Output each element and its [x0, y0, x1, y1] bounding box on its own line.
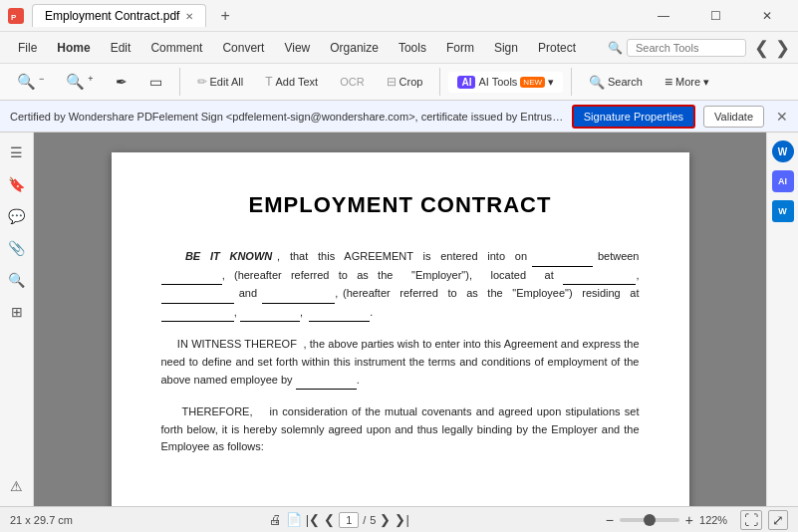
- ai-tools-badge: NEW: [520, 77, 545, 88]
- print-icon[interactable]: 🖨: [269, 512, 282, 527]
- add-text-icon: T: [265, 75, 272, 89]
- page-next-btn[interactable]: ❯: [380, 512, 391, 527]
- menu-tools[interactable]: Tools: [389, 37, 436, 59]
- add-tab-btn[interactable]: +: [214, 7, 235, 25]
- crop-label: Crop: [399, 76, 423, 88]
- page-controls: 🖨 📄 |❮ ❮ 1 / 5 ❯ ❯|: [269, 512, 409, 528]
- page-separator: /: [363, 514, 366, 526]
- ocr-btn[interactable]: OCR: [331, 72, 373, 92]
- sidebar-attachment-icon[interactable]: 📎: [5, 236, 29, 260]
- fit-width-btn[interactable]: ⛶: [740, 510, 762, 530]
- statusbar: 21 x 29.7 cm 🖨 📄 |❮ ❮ 1 / 5 ❯ ❯| − + 122…: [0, 506, 798, 532]
- sidebar-warning-icon[interactable]: ⚠: [5, 474, 29, 498]
- add-text-btn[interactable]: T Add Text: [256, 71, 327, 93]
- menu-form[interactable]: Form: [436, 37, 484, 59]
- pdf-paragraph-1: BE IT KNOWN , that this AGREEMENT is ent…: [161, 248, 640, 322]
- sidebar-bookmark-icon[interactable]: 🔖: [5, 172, 29, 196]
- nav-back-btn[interactable]: ❮: [754, 37, 769, 59]
- zoom-out-status-icon[interactable]: −: [606, 512, 614, 528]
- ai-tools-chevron: ▾: [548, 76, 554, 89]
- shape-btn[interactable]: ▭: [140, 70, 171, 94]
- crop-icon: ⊟: [387, 75, 397, 89]
- page-total: 5: [370, 514, 376, 526]
- validate-btn[interactable]: Validate: [703, 106, 764, 128]
- edit-all-label: Edit All: [210, 76, 244, 88]
- sidebar-search-icon[interactable]: 🔍: [5, 268, 29, 292]
- notification-bar: Certified by Wondershare PDFelement Sign…: [0, 101, 798, 133]
- menu-protect[interactable]: Protect: [528, 37, 586, 59]
- more-label: More: [675, 76, 700, 88]
- highlight-btn[interactable]: ✒: [107, 70, 136, 94]
- page-first-btn[interactable]: |❮: [306, 512, 320, 527]
- zoom-slider[interactable]: [620, 518, 679, 522]
- menu-sign[interactable]: Sign: [484, 37, 528, 59]
- zoom-thumb[interactable]: [644, 514, 656, 526]
- sidebar-comment-icon[interactable]: 💬: [5, 204, 29, 228]
- zoom-out-btn[interactable]: 🔍 −: [8, 69, 53, 95]
- crop-btn[interactable]: ⊟ Crop: [378, 71, 432, 93]
- signature-properties-btn[interactable]: Signature Properties: [572, 105, 695, 129]
- ocr-icon: OCR: [340, 76, 364, 88]
- search-icon: 🔍: [589, 75, 605, 90]
- menu-edit[interactable]: Edit: [101, 37, 141, 59]
- add-text-label: Add Text: [276, 76, 319, 88]
- svg-text:P: P: [11, 13, 17, 22]
- pdf-page: EMPLOYMENT CONTRACT BE IT KNOWN , that t…: [112, 152, 689, 506]
- scan-icon[interactable]: 📄: [286, 512, 302, 527]
- zoom-in-status-icon[interactable]: +: [685, 512, 693, 528]
- menu-convert[interactable]: Convert: [212, 37, 274, 59]
- pdf-document-title: EMPLOYMENT CONTRACT: [161, 192, 640, 218]
- nav-forward-btn[interactable]: ❯: [775, 37, 790, 59]
- window-minimize-btn[interactable]: —: [641, 2, 686, 30]
- search-tools-input[interactable]: [627, 39, 746, 57]
- ribbon: 🔍 − 🔍 + ✒ ▭ ✏ Edit All T Add Text OCR: [0, 64, 798, 101]
- pdf-viewer[interactable]: EMPLOYMENT CONTRACT BE IT KNOWN , that t…: [34, 133, 766, 506]
- separator-3: [571, 68, 572, 96]
- tab-close-icon[interactable]: ✕: [185, 11, 193, 22]
- page-prev-btn[interactable]: ❮: [324, 512, 335, 527]
- notification-close-icon[interactable]: ✕: [776, 109, 788, 125]
- page-current: 1: [339, 512, 359, 528]
- sidebar-layers-icon[interactable]: ⊞: [5, 300, 29, 324]
- wondershare-icon-2[interactable]: W: [772, 200, 794, 222]
- more-chevron: ▾: [703, 76, 709, 89]
- page-last-btn[interactable]: ❯|: [395, 512, 408, 527]
- menu-view[interactable]: View: [274, 37, 320, 59]
- titlebar: P Employment Contract.pdf ✕ + — ☐ ✕: [0, 0, 798, 32]
- zoom-controls: − + 122% ⛶ ⤢: [606, 510, 788, 530]
- window-close-btn[interactable]: ✕: [744, 2, 790, 30]
- zoom-in-btn[interactable]: 🔍 +: [57, 69, 102, 95]
- main-area: ☰ 🔖 💬 📎 🔍 ⊞ ⚠ EMPLOYMENT CONTRACT BE IT …: [0, 133, 798, 506]
- wondershare-icon-1[interactable]: W: [772, 140, 794, 162]
- window-maximize-btn[interactable]: ☐: [692, 2, 738, 30]
- menu-home[interactable]: Home: [47, 37, 100, 59]
- menu-organize[interactable]: Organize: [320, 37, 389, 59]
- titlebar-left: P Employment Contract.pdf ✕ +: [8, 4, 641, 27]
- edit-all-btn[interactable]: ✏ Edit All: [188, 71, 253, 93]
- page-dimensions: 21 x 29.7 cm: [10, 514, 73, 526]
- pdf-paragraph-2: IN WITNESS THEREOF , the above parties w…: [161, 336, 640, 390]
- menu-comment[interactable]: Comment: [140, 37, 212, 59]
- menubar: File Home Edit Comment Convert View Orga…: [0, 32, 798, 64]
- ai-assistant-icon[interactable]: AI: [772, 170, 794, 192]
- zoom-out-minus: −: [39, 74, 44, 84]
- highlight-icon: ✒: [116, 74, 128, 90]
- sidebar-thumbnail-icon[interactable]: ☰: [5, 140, 29, 164]
- right-sidebar: W AI W: [766, 133, 798, 506]
- ai-tools-btn[interactable]: AI AI Tools NEW ▾: [448, 72, 563, 93]
- separator-2: [439, 68, 440, 96]
- ai-icon: AI: [457, 76, 475, 89]
- search-btn[interactable]: 🔍 Search: [580, 71, 652, 94]
- window-controls: — ☐ ✕: [641, 2, 790, 30]
- more-icon: ≡: [665, 74, 672, 90]
- menu-file[interactable]: File: [8, 37, 47, 59]
- more-btn[interactable]: ≡ More ▾: [656, 70, 718, 94]
- separator-1: [179, 68, 180, 96]
- shape-icon: ▭: [149, 74, 162, 90]
- zoom-in-icon: 🔍: [66, 73, 85, 91]
- active-tab[interactable]: Employment Contract.pdf ✕: [32, 4, 206, 27]
- zoom-level: 122%: [699, 514, 734, 526]
- ribbon-tools: 🔍 − 🔍 + ✒ ▭ ✏ Edit All T Add Text OCR: [0, 64, 798, 100]
- fullscreen-btn[interactable]: ⤢: [768, 510, 788, 530]
- edit-all-icon: ✏: [197, 75, 207, 89]
